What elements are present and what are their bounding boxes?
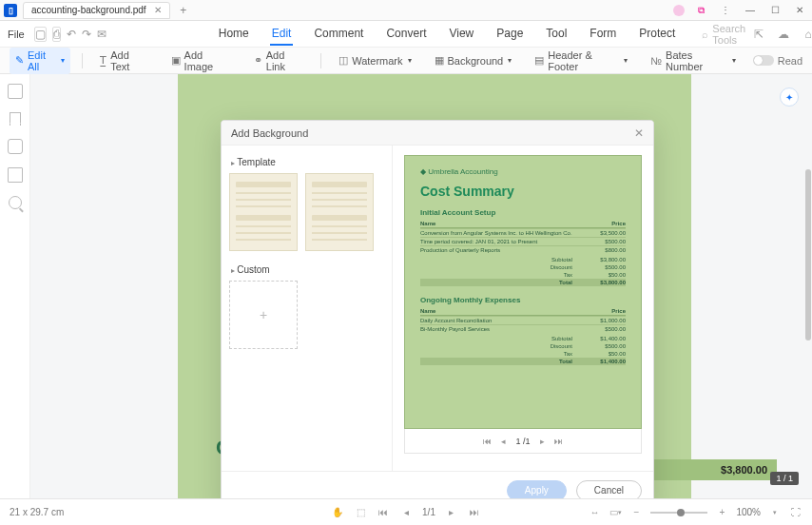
close-tab-icon[interactable]: ✕ (154, 5, 162, 15)
file-menu[interactable]: File (8, 29, 25, 40)
background-button[interactable]: ▦Background▾ (429, 52, 518, 68)
menu-tool[interactable]: Tool (544, 23, 569, 46)
chevron-down-icon: ▾ (61, 56, 65, 65)
menu-comment[interactable]: Comment (312, 23, 365, 46)
preview-row: Production of Quarterly Reports$800.00 (420, 245, 626, 254)
next-page-button[interactable]: ▸ (445, 506, 458, 519)
dialog-close-button[interactable]: ✕ (634, 126, 644, 140)
dialog-preview-pane: Umbrella Accounting Cost Summary Initial… (393, 146, 653, 471)
fit-width-icon[interactable]: ↔ (588, 506, 601, 519)
cancel-button[interactable]: Cancel (576, 480, 642, 499)
attachments-icon[interactable] (8, 167, 23, 183)
add-image-button[interactable]: ▣Add Image (165, 48, 237, 74)
background-icon: ▦ (435, 54, 444, 67)
header-footer-button[interactable]: ▤Header & Footer▾ (529, 48, 633, 74)
template-thumbnail-2[interactable] (305, 173, 374, 251)
apply-button[interactable]: Apply (507, 480, 567, 499)
share-icon[interactable]: ⇱ (751, 27, 766, 42)
cloud-icon[interactable]: ☁ (776, 27, 791, 42)
gift-icon[interactable]: ⧉ (692, 3, 709, 18)
search-tools[interactable]: ⌕ Search Tools (702, 23, 745, 46)
bates-number-button[interactable]: №Bates Number▾ (645, 48, 741, 74)
account-badge-icon[interactable] (673, 5, 685, 16)
page-dimensions: 21 x 29.7 cm (10, 507, 64, 517)
zoom-slider[interactable] (650, 512, 707, 514)
zoom-level[interactable]: 100% (736, 507, 761, 517)
edit-all-button[interactable]: ✎Edit All▾ (10, 48, 70, 74)
new-tab-button[interactable]: + (176, 4, 191, 17)
preview-pager: ⏮ ◂ 1 /1 ▸ ⏭ (404, 429, 642, 454)
dialog-footer: Apply Cancel (222, 471, 653, 498)
menu-edit[interactable]: Edit (270, 23, 294, 46)
link-icon: ⚭ (254, 54, 262, 67)
chevron-down-icon: ▾ (508, 56, 512, 65)
template-section-label[interactable]: Template (231, 157, 384, 167)
ai-assistant-button[interactable]: ✦ (780, 88, 799, 107)
preview-total-row: Subtotal$3,800.00 (420, 256, 626, 263)
template-thumbnail-1[interactable] (229, 173, 298, 251)
document-tab[interactable]: accounting-background.pdf ✕ (23, 2, 170, 19)
menu-convert[interactable]: Convert (384, 23, 428, 46)
close-window-button[interactable]: ✕ (791, 3, 808, 18)
save-icon[interactable]: ▢ (34, 27, 47, 42)
pager-prev-button[interactable]: ◂ (501, 437, 506, 446)
first-page-button[interactable]: ⏮ (377, 506, 390, 519)
print-icon[interactable]: ⎙ (52, 27, 61, 42)
view-mode-icon[interactable]: ▭▾ (609, 506, 622, 519)
separator (82, 53, 83, 68)
menu-page[interactable]: Page (494, 23, 525, 46)
preview-company: Umbrella Accounting (420, 167, 626, 176)
thumbnails-icon[interactable] (8, 84, 23, 99)
page-indicator: 1 / 1 (770, 472, 799, 485)
page-number[interactable]: 1/1 (422, 507, 435, 517)
fullscreen-icon[interactable]: ⛶ (789, 506, 802, 519)
menu-protect[interactable]: Protect (637, 23, 677, 46)
tab-filename: accounting-background.pdf (31, 5, 146, 15)
maximize-button[interactable]: ☐ (766, 3, 783, 18)
home-icon[interactable]: ⌂ (801, 27, 812, 42)
menu-form[interactable]: Form (588, 23, 618, 46)
bookmark-icon[interactable] (10, 112, 21, 126)
toggle-switch[interactable] (753, 55, 774, 66)
read-mode-toggle[interactable]: Read (753, 55, 802, 67)
menu-view[interactable]: View (447, 23, 475, 46)
redo-icon[interactable]: ↷ (82, 27, 91, 42)
preview-total-row: Tax$50.00 (420, 350, 626, 358)
edit-icon: ✎ (15, 54, 24, 67)
email-icon[interactable]: ✉ (97, 27, 106, 42)
header-footer-icon: ▤ (534, 54, 544, 67)
titlebar: ▯ accounting-background.pdf ✕ + ⧉ ⋮ — ☐ … (0, 0, 812, 21)
preview-section1-heading: Initial Account Setup (420, 208, 626, 217)
text-icon: T̲ (100, 54, 106, 67)
pager-first-button[interactable]: ⏮ (483, 437, 492, 446)
add-link-button[interactable]: ⚭Add Link (248, 48, 309, 74)
chevron-down-icon: ▾ (624, 56, 628, 65)
menu-home[interactable]: Home (217, 23, 251, 46)
document-canvas[interactable]: Total $3,800.00 Ongoing Monthly Expenses… (30, 74, 812, 498)
minimize-button[interactable]: — (742, 3, 759, 18)
undo-icon[interactable]: ↶ (67, 27, 76, 42)
watermark-button[interactable]: ◫Watermark▾ (333, 52, 416, 68)
custom-section-label[interactable]: Custom (231, 264, 384, 275)
search-placeholder: Search Tools (712, 23, 745, 46)
hand-tool-icon[interactable]: ✋ (331, 506, 344, 519)
select-tool-icon[interactable]: ⬚ (354, 506, 367, 519)
prev-page-button[interactable]: ◂ (399, 506, 413, 519)
dialog-title: Add Background (231, 127, 308, 139)
kebab-menu-icon[interactable]: ⋮ (717, 3, 734, 18)
chevron-down-icon: ▾ (408, 56, 412, 65)
preview-total-row: Tax$50.00 (420, 271, 626, 279)
preview-total-row: Total$1,400.00 (420, 358, 626, 365)
zoom-in-button[interactable]: + (715, 506, 728, 519)
watermark-icon: ◫ (338, 54, 348, 67)
add-text-button[interactable]: T̲Add Text (94, 48, 153, 74)
vertical-scrollbar[interactable] (805, 169, 811, 340)
zoom-dropdown-icon[interactable]: ▾ (768, 506, 782, 519)
pager-next-button[interactable]: ▸ (540, 437, 545, 446)
last-page-button[interactable]: ⏭ (468, 506, 481, 519)
pager-last-button[interactable]: ⏭ (554, 437, 563, 446)
comments-icon[interactable] (8, 139, 23, 154)
add-custom-background-button[interactable]: + (229, 281, 298, 349)
zoom-out-button[interactable]: − (629, 506, 643, 519)
search-panel-icon[interactable] (9, 196, 22, 209)
